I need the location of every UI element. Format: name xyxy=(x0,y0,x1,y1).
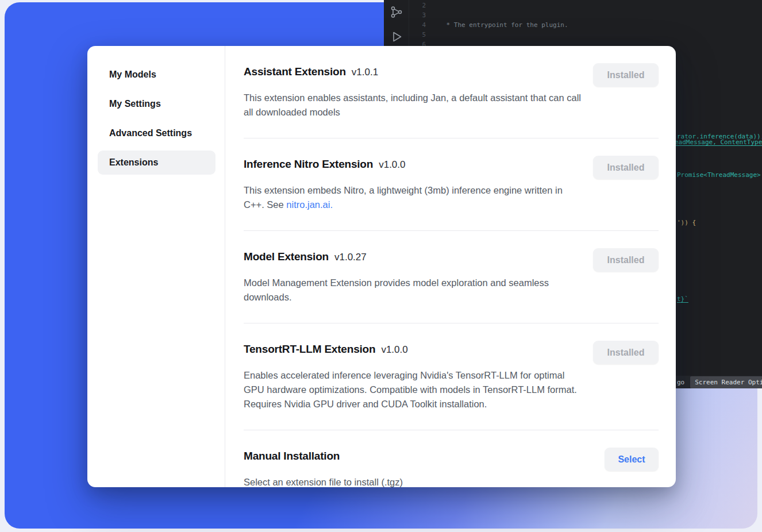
source-control-icon xyxy=(390,5,403,20)
code-line: * The entrypoint for the plugin. xyxy=(442,20,762,30)
extension-title: Manual Installation xyxy=(244,450,340,462)
code-fragment: rator.inference(data)); xyxy=(677,132,762,141)
status-text: go xyxy=(677,377,684,387)
extension-description: This extension embeds Nitro, a lightweig… xyxy=(244,183,584,212)
extension-title: TensortRT-LLM Extension xyxy=(244,343,375,356)
extension-item-assistant: Assistant Extension v1.0.1 Installed Thi… xyxy=(244,46,659,138)
screen-reader-chip: Screen Reader Optimize xyxy=(690,376,762,388)
extensions-panel: Assistant Extension v1.0.1 Installed Thi… xyxy=(225,46,676,487)
settings-sidebar: My Models My Settings Advanced Settings … xyxy=(87,46,225,487)
extension-version: v1.0.0 xyxy=(379,159,405,171)
sidebar-item-my-settings[interactable]: My Settings xyxy=(98,92,215,116)
extension-title: Model Extension xyxy=(244,250,329,263)
code-fragment: t}` xyxy=(677,294,688,304)
line-number: 5 xyxy=(409,30,426,40)
installed-button[interactable]: Installed xyxy=(593,341,659,364)
code-fragment: Promise<ThreadMessage> xyxy=(677,170,761,180)
extension-description: This extension enables assistants, inclu… xyxy=(244,91,584,119)
extension-version: v1.0.1 xyxy=(352,67,378,78)
sidebar-item-my-models[interactable]: My Models xyxy=(98,63,215,87)
sidebar-item-extensions[interactable]: Extensions xyxy=(98,151,215,175)
installed-button[interactable]: Installed xyxy=(593,156,659,179)
extension-item-model: Model Extension v1.0.27 Installed Model … xyxy=(244,231,659,323)
run-icon xyxy=(390,30,403,44)
extension-description: Model Management Extension provides mode… xyxy=(244,276,584,304)
extension-title: Inference Nitro Extension xyxy=(244,158,373,171)
extension-title: Assistant Extension xyxy=(244,65,346,78)
line-number: 2 xyxy=(409,1,426,10)
line-number: 3 xyxy=(409,10,426,20)
extension-version: v1.0.0 xyxy=(381,344,407,356)
code-fragment: ')) { xyxy=(677,218,696,228)
extension-description: Enables accelerated inference leveraging… xyxy=(244,368,584,411)
select-file-button[interactable]: Select xyxy=(605,448,659,471)
manual-installation-item: Manual Installation Select Select an ext… xyxy=(244,430,659,487)
sidebar-item-advanced-settings[interactable]: Advanced Settings xyxy=(98,121,215,145)
extension-version: v1.0.27 xyxy=(334,252,367,263)
nitro-jan-ai-link[interactable]: nitro.jan.ai. xyxy=(286,199,333,210)
line-number: 4 xyxy=(409,20,426,30)
extension-item-nitro: Inference Nitro Extension v1.0.0 Install… xyxy=(244,138,659,231)
installed-button[interactable]: Installed xyxy=(593,248,659,272)
line-numbers: 2 3 4 5 6 xyxy=(409,1,426,49)
installed-button[interactable]: Installed xyxy=(593,63,659,87)
settings-modal: My Models My Settings Advanced Settings … xyxy=(87,46,676,487)
extension-item-tensorrt: TensortRT-LLM Extension v1.0.0 Installed… xyxy=(244,323,659,430)
extension-description: Select an extension file to install (.tg… xyxy=(244,475,584,487)
